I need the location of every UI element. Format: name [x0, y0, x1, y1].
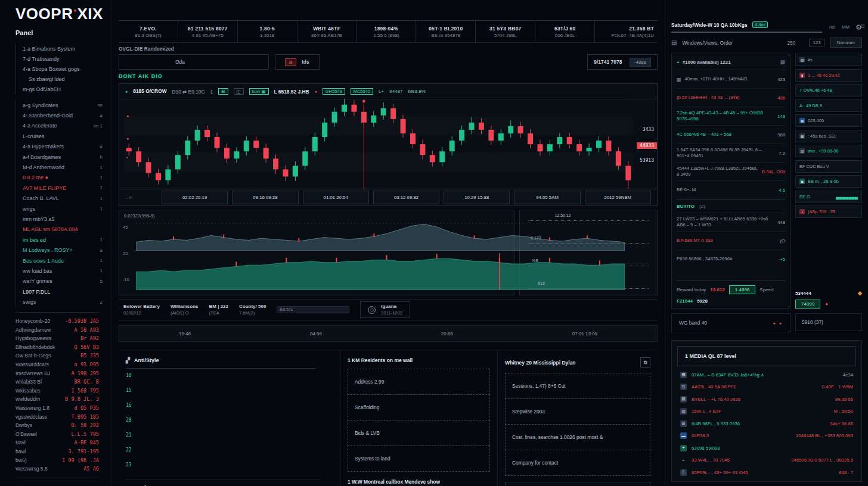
level-row[interactable]: 15: [126, 384, 333, 398]
sidebar-menu-item[interactable]: swigs 2: [23, 297, 103, 307]
sidebar-menu-item[interactable]: L-cruises: [23, 131, 103, 141]
sidebar-nav-item[interactable]: 4-a Sbopa Boxwet gogs: [23, 64, 103, 74]
sidebar-menu-item[interactable]: im bes ed 1: [23, 235, 103, 245]
residents-row[interactable]: Scaffolding: [348, 394, 490, 420]
residents-row[interactable]: Systems to land: [348, 446, 490, 472]
ticker-cell[interactable]: 63T/J 60 606 JB6L: [535, 21, 595, 42]
ticker-cell[interactable]: 21.358 BT POL67 -4B.4A(4)1U: [595, 21, 658, 42]
level-row[interactable]: 20: [126, 413, 333, 428]
watch-row[interactable]: ▩ : 45a bes .SEL: [795, 130, 862, 142]
scroll-indicator-icon[interactable]: ⌸: [861, 23, 864, 30]
sidebar-menu-item[interactable]: 0 8.2.me ● 1: [23, 173, 103, 183]
sidebar-menu-item[interactable]: ML AGL sm 5878A.084: [23, 225, 103, 235]
summary-row[interactable]: Cost, lines, searches 1.0026 post most &: [505, 424, 650, 450]
chart-mode-chip-2[interactable]: MC5540: [351, 88, 373, 95]
indicator-chip-1[interactable]: ⊞: [218, 88, 228, 95]
watch-row[interactable]: EE G ▄▄▄▄▄▄▄: [795, 191, 862, 203]
order-row[interactable]: BE 6+- M 4.6: [677, 180, 785, 199]
aux-tab-2[interactable]: MM: [842, 24, 850, 30]
time-axis-label[interactable]: 03:12 09:82: [373, 191, 439, 204]
timeframe-tab[interactable]: Oda: [119, 54, 269, 70]
watch-row[interactable]: A.. 49 DB 8: [795, 99, 862, 112]
activity-row[interactable]: ▬ 04P38.3 1048448 BL , +333 800.093: [672, 430, 861, 443]
activity-row[interactable]: ▯ 63P09L.. , 43+ 39+ 93 /046 848 . 7: [672, 466, 861, 479]
time-axis-label[interactable]: 09:16 09:28: [232, 191, 298, 204]
ticker-cell[interactable]: 1898-04% 1.55 6 (898): [357, 21, 417, 42]
sidebar-menu-item[interactable]: M-d Anthemworld 1: [23, 162, 103, 172]
order-row[interactable]: T.2sb #Q 4PE-43-43 – 4B 45 – 99+ O5638 5…: [677, 107, 785, 125]
sidebar-menu-item[interactable]: wrigs 1: [23, 204, 103, 214]
count-box[interactable]: 5910 (37): [795, 313, 862, 331]
watch-row[interactable]: ▣ BB m. , 38-8-0b: [795, 175, 862, 188]
watch-row[interactable]: BF CUC Bou V: [795, 160, 862, 173]
watch-row[interactable]: ▨ #s: [795, 54, 862, 66]
sidebar-menu-item[interactable]: a-g Syndicates im: [23, 100, 103, 110]
watch-confirm-button[interactable]: 74099: [795, 300, 820, 309]
ticker-cell[interactable]: 05T-1 BL2010 BE-m 954878: [416, 21, 476, 42]
ticker-cell[interactable]: 61 211 515 8077 4.91 95.AB+75: [178, 21, 238, 42]
activity-row[interactable]: – 93 W4L. , 70 7045 246596 93 0 5977 L ,…: [672, 454, 861, 467]
sidebar-menu-item[interactable]: warY grimes 5: [23, 276, 103, 286]
range-selector[interactable]: D10 ⇄ E0.10C: [172, 89, 205, 95]
chart-mode-chip-1[interactable]: GH5548: [323, 88, 345, 95]
sidebar-nav-item[interactable]: Ss zbawgHded: [23, 74, 103, 84]
levels-panel-footer[interactable]: ▤ Azek: [126, 479, 320, 486]
watch-row[interactable]: ▦ 023-005: [795, 114, 862, 127]
depth-volume-panel[interactable]: 0.02327(999-8) 45 20 -10: [119, 210, 514, 295]
time-axis-label[interactable]: 01:01 20:54: [303, 191, 369, 204]
order-row[interactable]: 1 64T 8A34 096 8 JO498 BL95 J94BL 6 – 90…: [677, 144, 785, 162]
activity-row[interactable]: ▥ 16W 1 , 4 B7F M . 59:50: [672, 406, 861, 418]
session-info-box[interactable]: O Iguana 2011-1202: [360, 301, 410, 318]
quote-button[interactable]: -4888: [630, 58, 651, 67]
summary-panel-footer[interactable]: 9 ) Emp 2029 % 50: [505, 482, 650, 486]
watch-row[interactable]: ▪ (ABp 709 ..7B: [795, 205, 862, 218]
activity-row[interactable]: ⊡ AA23L. 40 6A 38 P01 0.40F... 1 W9M: [672, 381, 861, 394]
sidebar-nav-item[interactable]: 7-d Tratissandy: [23, 54, 103, 64]
ticker-cell[interactable]: 1.80-5 1.3018: [238, 21, 297, 42]
ticker-cell[interactable]: 7.EVO. 81.3 OBS(7): [119, 21, 178, 42]
order-row[interactable]: B.F.699.MT 0 333 (O: [677, 231, 785, 250]
order-row[interactable]: P636 86866 , 34875-2696# +5: [677, 250, 785, 268]
summary-row[interactable]: Sessions, 1.47) 8+6 Cut: [505, 373, 650, 399]
sidebar-menu-item[interactable]: mm mbY3.a5: [23, 214, 103, 224]
sidebar-menu-item[interactable]: 4-a Hypermakers #: [23, 142, 103, 152]
sidebar-nav-item[interactable]: 1-a Bimabons System: [23, 43, 103, 54]
candlestick-chart[interactable]: [124, 99, 633, 189]
time-axis-label[interactable]: 2012 59NBM: [585, 191, 651, 204]
level-row[interactable]: 23: [126, 458, 333, 473]
sidebar-nav-item[interactable]: m-gs OdfJabEH: [23, 84, 103, 94]
expand-icon[interactable]: ⧉: [640, 357, 650, 367]
sidebar-menu-item[interactable]: M Lodweys . ROSY+ a: [23, 245, 103, 255]
order-row[interactable]: 4C 666/4/6 4B – 403 + 568 988: [677, 125, 785, 144]
ticker-cell[interactable]: 31 5Y3 BB07 5704 J8BL: [476, 21, 535, 42]
order-row[interactable]: 45444 L385w+L J 7088 L3862L J946BL 8 340…: [677, 162, 785, 180]
sidebar-menu-item[interactable]: AV7 MILE FLIPYE 7: [23, 183, 103, 193]
residents-row[interactable]: Bids & LVB: [348, 420, 490, 446]
orders-tab[interactable]: Saturday/Wide-W 10 QA 10bKgs 4.4m: [671, 21, 822, 33]
activity-row[interactable]: ✦ 63098 59/098: [672, 442, 861, 454]
sidebar-menu-item[interactable]: a-f Boardgames b: [23, 152, 103, 162]
symbol-selector[interactable]: 8185 O/CROW: [133, 88, 166, 95]
layout-icon[interactable]: ▤: [671, 39, 677, 46]
indicator-chip-2[interactable]: ◫: [234, 88, 244, 95]
quote-box[interactable]: 9/1741 7078 -4888: [587, 54, 658, 70]
filter-chip[interactable]: 123: [809, 39, 824, 46]
band-status-box[interactable]: WG band 40 ● ●: [671, 313, 790, 332]
sidebar-menu-item[interactable]: 4-a Accelerate im 1: [23, 121, 103, 131]
time-axis-label[interactable]: 10:29 15:88: [444, 191, 510, 204]
watch-row[interactable]: T OVAL46 +6 4B: [795, 84, 862, 96]
watch-row[interactable]: ▥ ava , +99 88-98: [795, 145, 862, 157]
summary-row[interactable]: Stepwise 2003: [505, 398, 650, 425]
grid-icon[interactable]: ▦: [780, 59, 785, 65]
sidebar-menu-item[interactable]: Coach B. LAVL 1: [23, 194, 103, 204]
sidebar-menu-item[interactable]: 4- Stanberhend-Gold #: [23, 110, 103, 120]
order-row[interactable]: 27 LW23 – W5W621 + 5LLLAB65 6336 +0s6 AB…: [677, 213, 785, 231]
activity-row[interactable]: ⊞ 6/4B 58FL , 5 933 0936 54s+ 38.86: [672, 418, 861, 430]
activity-row[interactable]: ▤ BYELL – +L 76.40 J938 99,38 66: [672, 393, 861, 406]
confirm-button[interactable]: 1.4896: [729, 285, 755, 294]
replay-progress-slider[interactable]: BB 57s: [277, 306, 349, 313]
ticker-cell[interactable]: WBIT 46TF 86Y-95.AB17B: [297, 21, 357, 42]
time-axis-label[interactable]: 02:02 20:19: [162, 191, 228, 204]
summary-row[interactable]: Company for contact: [505, 450, 650, 476]
aux-tab-1[interactable]: nd: [829, 24, 835, 30]
